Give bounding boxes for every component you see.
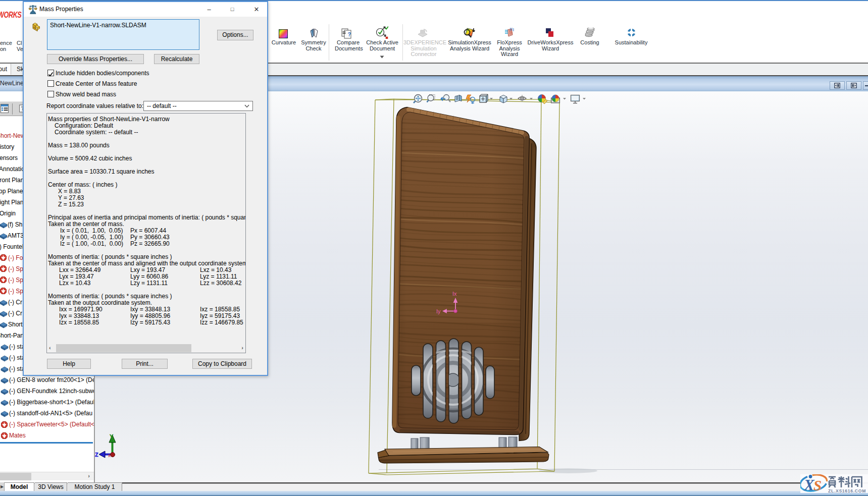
svg-text:Y: Y [110, 433, 114, 439]
svg-text:Z: Z [95, 452, 98, 458]
svg-text:Iy: Iy [436, 308, 441, 314]
svg-text:?: ? [348, 31, 351, 37]
svg-text:S: S [813, 477, 822, 493]
svg-text:Ix: Ix [452, 291, 457, 297]
svg-text:ZL.XS1616.COM: ZL.XS1616.COM [828, 488, 866, 493]
